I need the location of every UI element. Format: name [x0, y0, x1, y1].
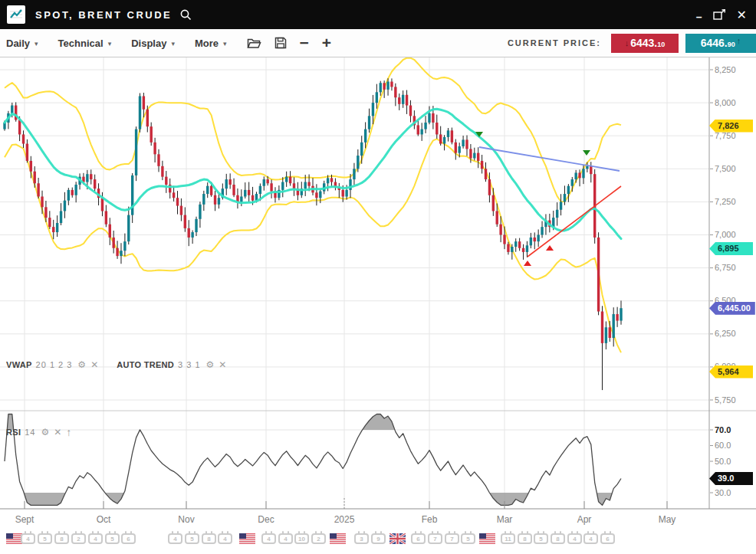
calendar-event-icon[interactable]: 5 — [105, 533, 120, 544]
last-price-badge: 6,445.00 — [709, 302, 755, 315]
calendar-event-icon[interactable]: 4 — [583, 533, 598, 544]
chart-application-window: SPOT, BRENT CRUDE – ✕ Daily▾Technical▾Di… — [0, 0, 756, 554]
calendar-icon: 4 — [583, 533, 598, 544]
menu-daily[interactable]: Daily▾ — [6, 38, 38, 49]
menu-label: More — [195, 38, 219, 49]
calendar-icon: 4 — [278, 533, 293, 544]
calendar-event-icon[interactable]: 5 — [185, 533, 199, 544]
calendar-event-icon[interactable]: 10 — [294, 533, 309, 544]
calendar-icon: 4 — [88, 533, 103, 544]
event-count: 9 — [376, 536, 380, 543]
menu-display[interactable]: Display▾ — [131, 38, 175, 49]
event-count: 2 — [77, 536, 80, 543]
price-axis-label: 8,250 — [715, 65, 736, 74]
calendar-event-icon[interactable]: 8 — [202, 533, 216, 544]
economic-events-row: 458245645844410239677511858446 — [0, 531, 756, 554]
zoom-in-button[interactable]: + — [322, 36, 331, 50]
autotrend-remove-icon[interactable]: ✕ — [219, 359, 226, 370]
calendar-event-icon[interactable]: 3 — [354, 533, 369, 544]
search-icon[interactable] — [179, 8, 192, 21]
event-count: 3 — [360, 536, 363, 543]
calendar-event-icon[interactable]: 5 — [534, 533, 548, 544]
rsi-axis-label: 50.0 — [715, 457, 731, 466]
time-axis: SeptOctNovDec2025FebMarAprMay — [0, 509, 756, 530]
us-flag-icon[interactable] — [479, 533, 495, 547]
calendar-event-icon[interactable]: 8 — [54, 533, 69, 544]
event-count: 8 — [207, 536, 210, 543]
time-axis-month-may: May — [659, 514, 676, 525]
window-close-icon[interactable]: ✕ — [737, 7, 747, 22]
minimize-button[interactable]: – — [696, 9, 702, 25]
calendar-event-icon[interactable]: 4 — [21, 533, 35, 544]
calendar-event-icon[interactable]: 8 — [551, 533, 565, 544]
calendar-event-icon[interactable]: 5 — [461, 533, 475, 544]
calendar-event-icon[interactable]: 2 — [71, 533, 86, 544]
calendar-event-icon[interactable]: 7 — [445, 533, 459, 544]
uk-flag-icon[interactable] — [390, 533, 406, 547]
price-axis-label: 5,750 — [715, 395, 736, 405]
rsi-indicator-label: RSI — [6, 428, 21, 437]
calendar-event-icon[interactable]: 6 — [121, 533, 136, 544]
event-count: 4 — [267, 536, 270, 543]
calendar-icon: 6 — [121, 533, 136, 544]
event-count: 5 — [190, 536, 193, 543]
titlebar: SPOT, BRENT CRUDE – ✕ — [0, 0, 756, 29]
event-count: 7 — [433, 536, 436, 543]
chart-area[interactable]: 8,2508,0007,7507,5007,2507,0006,7506,500… — [0, 57, 756, 510]
popout-button[interactable] — [713, 7, 726, 22]
rsi-remove-icon[interactable]: ✕ — [54, 427, 61, 438]
calendar-icon: 5 — [461, 533, 475, 544]
us-flag-icon[interactable] — [239, 533, 255, 547]
event-count: 5 — [110, 536, 113, 543]
rsi-axis-label: 60.0 — [715, 441, 731, 450]
calendar-event-icon[interactable]: 4 — [278, 533, 293, 544]
save-icon[interactable] — [274, 37, 287, 49]
price-chart-canvas[interactable] — [0, 57, 756, 510]
calendar-event-icon[interactable]: 9 — [371, 533, 386, 544]
calendar-event-icon[interactable]: 4 — [168, 533, 182, 544]
calendar-icon: 6 — [411, 533, 426, 544]
calendar-icon: 4 — [218, 533, 232, 544]
price-axis-label: 8,000 — [715, 98, 736, 107]
app-logo-icon — [7, 5, 25, 24]
calendar-event-icon[interactable]: 4 — [261, 533, 276, 544]
calendar-event-icon[interactable]: 6 — [411, 533, 426, 544]
calendar-event-icon[interactable]: 4 — [218, 533, 232, 544]
calendar-icon: 9 — [371, 533, 386, 544]
calendar-event-icon[interactable]: 8 — [518, 533, 532, 544]
calendar-event-icon[interactable]: 11 — [501, 533, 515, 544]
autotrend-settings-gear-icon[interactable]: ⚙ — [206, 359, 215, 370]
rsi-settings-gear-icon[interactable]: ⚙ — [41, 427, 50, 438]
calendar-event-icon[interactable]: 5 — [38, 533, 52, 544]
time-axis-month-apr: Apr — [577, 514, 592, 525]
calendar-event-icon[interactable]: 2 — [311, 533, 326, 544]
event-count: 4 — [589, 536, 592, 543]
ask-price-badge: 6446.90 ↑ — [685, 34, 756, 53]
rsi-move-up-arrow-icon[interactable]: ↑ — [66, 426, 71, 438]
open-folder-icon[interactable] — [247, 38, 261, 49]
event-count: 4 — [94, 536, 97, 543]
vwap-remove-icon[interactable]: ✕ — [90, 359, 98, 370]
us-flag-icon[interactable] — [6, 533, 22, 547]
menu-more[interactable]: More▾ — [195, 38, 227, 49]
us-flag-icon[interactable] — [330, 533, 346, 547]
calendar-event-icon[interactable]: 4 — [88, 533, 103, 544]
calendar-event-icon[interactable]: 6 — [600, 533, 615, 544]
time-axis-month-feb: Feb — [422, 514, 438, 525]
calendar-icon: 3 — [354, 533, 369, 544]
chevron-down-icon: ▾ — [108, 38, 112, 48]
calendar-icon: 4 — [567, 533, 582, 544]
chart-toolbar: Daily▾Technical▾Display▾More▾ − + CURREN… — [0, 29, 756, 57]
calendar-icon: 5 — [185, 533, 199, 544]
calendar-icon: 4 — [168, 533, 182, 544]
vwap-settings-gear-icon[interactable]: ⚙ — [77, 359, 86, 370]
calendar-event-icon[interactable]: 7 — [428, 533, 442, 544]
zoom-out-button[interactable]: − — [300, 36, 309, 50]
event-count: 4 — [26, 536, 29, 543]
calendar-icon: 11 — [501, 533, 515, 544]
calendar-icon: 5 — [534, 533, 548, 544]
event-count: 10 — [298, 536, 305, 543]
menu-technical[interactable]: Technical▾ — [58, 38, 112, 49]
event-count: 6 — [127, 536, 130, 543]
calendar-event-icon[interactable]: 4 — [567, 533, 582, 544]
